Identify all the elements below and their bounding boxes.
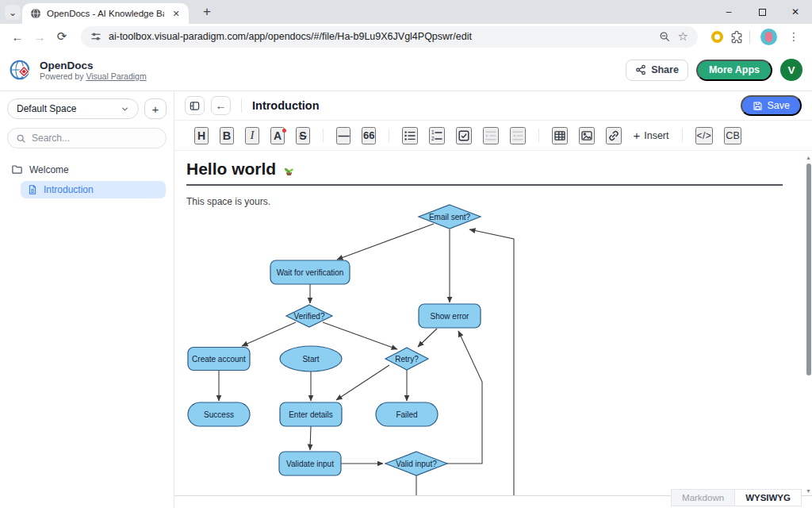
italic-button[interactable]: I [245, 127, 259, 144]
code-block-button[interactable]: CB [724, 127, 741, 144]
flow-node-valid_input[interactable]: Valid input? [385, 452, 447, 475]
url-text[interactable]: ai-toolbox.visual-paradigm.com/app/opend… [109, 31, 652, 42]
search-input[interactable]: Search... [7, 128, 167, 148]
visual-paradigm-link[interactable]: Visual Paradigm [86, 71, 146, 81]
svg-text:Create account: Create account [192, 355, 246, 364]
flow-node-start[interactable]: Start [280, 346, 342, 371]
scrollbar-thumb[interactable] [806, 164, 811, 375]
editor-toolbar: H B I A S — 66 1 2 [174, 121, 812, 151]
svg-text:Show error: Show error [431, 312, 470, 321]
back-nav-button[interactable]: ← [211, 96, 231, 115]
bullet-list-button[interactable] [402, 127, 418, 144]
flow-node-show_error[interactable]: Show error [419, 304, 481, 328]
heading-button[interactable]: H [194, 127, 209, 144]
indent-icon [485, 129, 497, 142]
window-maximize-button[interactable] [745, 0, 779, 24]
scroll-down-icon[interactable]: ▼ [805, 487, 812, 495]
ordered-list-icon: 1 2 [431, 129, 443, 142]
image-icon [580, 129, 593, 142]
new-tab-button[interactable]: + [197, 3, 217, 21]
browser-profile-avatar[interactable] [760, 29, 777, 45]
svg-text:Enter details: Enter details [289, 410, 333, 419]
app-brand[interactable]: OpenDocs Powered by Visual Paradigm [10, 58, 147, 82]
flow-node-retry[interactable]: Retry? [385, 348, 428, 370]
bookmark-star-icon[interactable]: ☆ [678, 29, 688, 44]
site-info-icon[interactable] [90, 31, 102, 42]
url-bar[interactable]: ai-toolbox.visual-paradigm.com/app/opend… [81, 26, 698, 48]
share-button[interactable]: Share [626, 60, 688, 81]
chevron-down-icon: ⌄ [9, 7, 17, 18]
space-selector[interactable]: Default Space [7, 98, 139, 119]
divider [749, 30, 750, 44]
flow-edge-valid_input-to-show_error [447, 331, 482, 464]
font-color-button[interactable]: A [270, 127, 285, 144]
toggle-sidebar-button[interactable] [185, 96, 205, 115]
flow-node-email_sent[interactable]: Email sent? [419, 205, 481, 229]
blockquote-button[interactable]: 66 [362, 127, 376, 144]
flow-node-failed[interactable]: Failed [376, 402, 438, 426]
insert-button[interactable]: +Insert [633, 129, 668, 142]
flowchart-diagram[interactable]: Email sent?Wait for verificationVerified… [174, 203, 805, 495]
extensions-puzzle-icon[interactable] [730, 30, 744, 44]
sidebar-item-introduction[interactable]: Introduction [21, 181, 166, 198]
browser-menu-icon[interactable]: ⋮ [782, 30, 806, 43]
browser-tab-strip: ⌄ OpenDocs - AI Knowledge Base ✕ + – ✕ [0, 0, 812, 24]
flow-node-wait_verification[interactable]: Wait for verification [270, 260, 350, 284]
outdent-button[interactable] [510, 127, 526, 144]
editor-scrollbar[interactable]: ▲ ▼ [805, 153, 812, 495]
scroll-up-icon[interactable]: ▲ [805, 153, 812, 161]
tab-close-icon[interactable]: ✕ [170, 7, 182, 20]
table-button[interactable] [552, 127, 568, 144]
save-button[interactable]: Save [741, 95, 802, 116]
reload-button[interactable]: ⟳ [51, 25, 73, 48]
bold-button[interactable]: B [220, 127, 234, 144]
inline-code-button[interactable]: </> [695, 127, 714, 144]
flow-node-create_account[interactable]: Create account [188, 348, 250, 371]
app-header: OpenDocs Powered by Visual Paradigm Shar… [0, 49, 812, 91]
outdent-icon [511, 129, 524, 142]
divider [538, 129, 539, 142]
browser-tab[interactable]: OpenDocs - AI Knowledge Base ✕ [22, 3, 189, 24]
horizontal-rule-button[interactable]: — [336, 127, 350, 144]
powered-by: Powered by Visual Paradigm [40, 71, 147, 81]
document-icon [27, 184, 38, 195]
tab-search-button[interactable]: ⌄ [5, 5, 21, 20]
svg-text:2: 2 [431, 136, 435, 141]
image-button[interactable] [579, 127, 595, 144]
divider [682, 129, 683, 142]
ordered-list-button[interactable]: 1 2 [429, 127, 445, 144]
search-placeholder: Search... [32, 133, 70, 144]
markdown-mode-button[interactable]: Markdown [672, 490, 735, 506]
folder-icon [11, 164, 23, 175]
svg-text:Start: Start [302, 355, 319, 364]
plus-icon: + [152, 102, 159, 116]
seedling-emoji [282, 162, 297, 177]
strikethrough-button[interactable]: S [296, 127, 310, 144]
flow-node-enter_details[interactable]: Enter details [280, 402, 342, 426]
forward-button[interactable]: → [29, 25, 51, 48]
add-space-button[interactable]: + [144, 98, 167, 119]
task-list-button[interactable] [456, 127, 472, 144]
window-minimize-button[interactable]: – [712, 0, 745, 24]
zoom-out-icon[interactable] [659, 31, 671, 43]
divider [323, 129, 324, 142]
user-avatar[interactable]: V [780, 59, 802, 81]
app-name: OpenDocs [40, 60, 147, 71]
chevron-down-icon [121, 105, 129, 114]
extension-badge-icon[interactable] [711, 31, 723, 43]
sidebar-item-welcome[interactable]: Welcome [0, 160, 174, 179]
page-title: Introduction [252, 99, 320, 112]
sidebar-panel-icon [189, 100, 201, 112]
back-button[interactable]: ← [6, 25, 29, 48]
flow-node-success[interactable]: Success [188, 402, 250, 426]
wysiwyg-mode-button[interactable]: WYSIWYG [735, 490, 801, 506]
back-arrow-icon: ← [216, 99, 227, 112]
indent-button[interactable] [483, 127, 499, 144]
link-button[interactable] [606, 127, 622, 144]
document-editor[interactable]: Hello world This space is yours. Email s [174, 152, 805, 495]
color-dot-icon [282, 129, 286, 133]
flow-node-validate_input[interactable]: Validate input [279, 452, 341, 475]
svg-text:Email sent?: Email sent? [429, 213, 471, 221]
window-close-button[interactable]: ✕ [779, 0, 812, 24]
more-apps-button[interactable]: More Apps [696, 60, 772, 81]
